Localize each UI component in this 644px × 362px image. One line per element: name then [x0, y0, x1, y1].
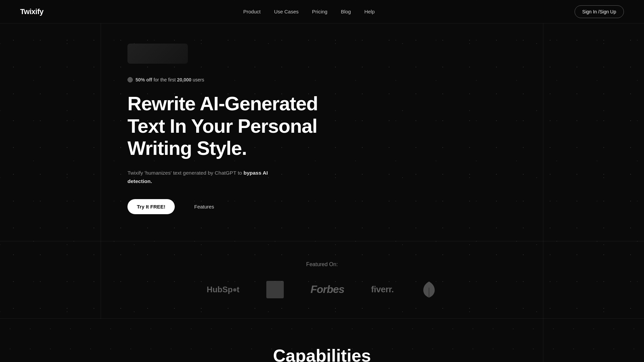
nav-item-help[interactable]: Help	[364, 9, 375, 15]
promo-number: 20,000	[177, 77, 192, 82]
try-free-button[interactable]: Try It FREE!	[127, 199, 175, 214]
signin-signup-button[interactable]: Sign In /Sign Up	[575, 5, 624, 18]
nav-item-blog[interactable]: Blog	[341, 9, 351, 15]
forbes-wordmark: Forbes	[311, 283, 344, 296]
hero-top-image	[127, 44, 188, 64]
logo-forbes: Forbes	[311, 283, 344, 296]
featured-section: Featured On: HubSpt Forbes	[0, 241, 644, 318]
navbar: Twixify Product Use Cases Pricing Blog H…	[0, 0, 644, 23]
logo-fiverr: fiverr.	[371, 284, 393, 295]
promo-percentage: 50% off	[136, 77, 152, 82]
nav-link-product[interactable]: Product	[243, 9, 261, 14]
nav-links: Product Use Cases Pricing Blog Help	[243, 9, 375, 15]
cta-buttons: Try It FREE! Features	[127, 199, 517, 214]
nav-link-pricing[interactable]: Pricing	[312, 9, 327, 14]
logo-leaf-brand	[421, 281, 437, 298]
square-logo-icon	[266, 281, 284, 298]
promo-badge-dot	[127, 77, 133, 82]
hubspot-wordmark: HubSpt	[207, 285, 239, 294]
promo-end: users	[192, 77, 204, 82]
fiverr-wordmark: fiverr.	[371, 284, 393, 295]
nav-link-use-cases[interactable]: Use Cases	[274, 9, 299, 14]
hero-section: 50% off for the first 20,000 users Rewri…	[0, 23, 644, 241]
featured-title: Featured On:	[127, 261, 517, 267]
logo-square-brand	[266, 281, 284, 298]
nav-item-product[interactable]: Product	[243, 9, 261, 15]
page-wrapper: Twixify Product Use Cases Pricing Blog H…	[0, 0, 644, 362]
main-content: 50% off for the first 20,000 users Rewri…	[0, 0, 644, 362]
hero-headline: Rewrite AI-Generated Text In Your Person…	[127, 93, 335, 160]
hero-subtext: Twixify 'humanizes' text generated by Ch…	[127, 169, 288, 186]
capabilities-section: Capabilities	[0, 319, 644, 362]
logo-hubspot: HubSpt	[207, 285, 239, 294]
promo-text: 50% off for the first 20,000 users	[136, 77, 204, 82]
leaf-icon	[421, 281, 437, 298]
nav-item-pricing[interactable]: Pricing	[312, 9, 327, 15]
nav-item-use-cases[interactable]: Use Cases	[274, 9, 299, 15]
featured-logos: HubSpt Forbes fiverr.	[127, 281, 517, 298]
hero-subtext-start: Twixify 'humanizes' text generated by Ch…	[127, 170, 244, 176]
brand-logo[interactable]: Twixify	[20, 7, 43, 16]
capabilities-title: Capabilities	[127, 346, 517, 362]
promo-middle: for the first	[152, 77, 177, 82]
nav-link-blog[interactable]: Blog	[341, 9, 351, 14]
features-button[interactable]: Features	[185, 199, 223, 214]
nav-link-help[interactable]: Help	[364, 9, 375, 14]
promo-badge: 50% off for the first 20,000 users	[127, 77, 204, 82]
